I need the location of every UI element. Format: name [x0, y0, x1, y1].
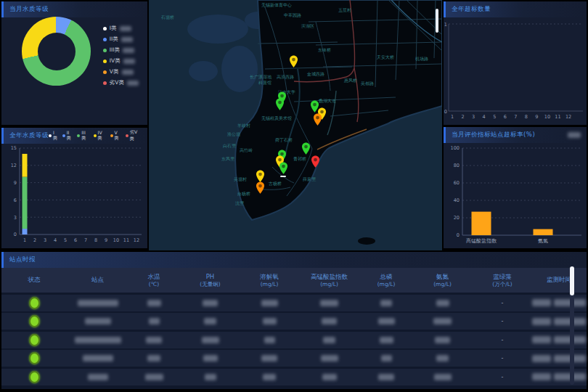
cell-9: - [473, 300, 531, 306]
status-ok-icon [29, 297, 40, 309]
legend-dot-icon [103, 81, 107, 85]
table-row[interactable]: - [1, 295, 587, 311]
station-map[interactable]: 石塘桥无锡新体育中心中萃园路滨湖区五星村东绛桥天安大桥机场路高浪西路金城西路惠风… [149, 0, 442, 250]
legend-item[interactable]: I类 [49, 130, 59, 142]
map-marker-orange[interactable] [256, 181, 265, 195]
table-row[interactable]: - [1, 313, 587, 330]
legend-label: IV类 [110, 57, 121, 65]
corner-note-censored[interactable] [568, 132, 581, 138]
legend-item[interactable]: IV类 [94, 130, 107, 142]
svg-text:3: 3 [472, 114, 475, 120]
legend-item[interactable]: V类 [110, 130, 122, 142]
cell-8 [412, 374, 473, 380]
legend-label: IV类 [98, 130, 107, 142]
value-censored [436, 355, 449, 362]
map-base [149, 0, 442, 250]
cell-1 [1, 315, 67, 327]
year-exceed-chart[interactable]: 10123456789101112 [444, 17, 587, 122]
cell-4 [179, 300, 241, 306]
cell-6 [298, 300, 361, 306]
legend-item[interactable]: V类 [103, 68, 139, 75]
svg-text:7: 7 [514, 114, 517, 120]
map-place-label: 青祁桥 [293, 156, 306, 163]
algae-value: - [502, 355, 504, 362]
year-grade-bar-chart[interactable]: 03691215123456789101112 [1, 144, 144, 248]
column-header-1: 状态 [1, 276, 67, 284]
map-place-label: 东绛桥 [318, 47, 331, 54]
map-marker-green[interactable] [301, 142, 311, 155]
legend-value-censored [120, 26, 131, 31]
svg-text:2: 2 [33, 237, 36, 243]
legend-dot-icon [110, 134, 113, 137]
panel-month-rate-header: 当月评价指标站点超标率(%) [444, 127, 587, 143]
legend-item[interactable]: I类 [103, 25, 139, 32]
value-censored [147, 355, 160, 362]
legend-item[interactable]: III类 [103, 46, 139, 54]
cell-9: - [473, 355, 531, 362]
legend-item[interactable]: 劣V类 [103, 79, 139, 86]
panel-year-grade: 全年水质等级 I类II类III类IV类V类劣V类 036912151234567… [1, 128, 147, 248]
map-marker-yellow[interactable] [289, 55, 298, 68]
svg-text:15: 15 [11, 145, 17, 151]
cell-1 [1, 334, 67, 346]
column-header-5: 溶解氧(mg/L) [241, 273, 298, 288]
value-censored [322, 374, 337, 380]
legend-value-censored [122, 70, 134, 75]
legend-value-censored [121, 37, 133, 42]
svg-text:9: 9 [105, 237, 107, 243]
column-header-2: 站点 [67, 276, 128, 284]
svg-text:6: 6 [74, 237, 77, 243]
legend-item[interactable]: III类 [77, 130, 89, 142]
legend-label: 劣V类 [130, 129, 142, 142]
station-name-censored [78, 300, 118, 306]
table-scrollbar-thumb[interactable] [570, 266, 574, 295]
map-marker-red[interactable] [311, 155, 320, 168]
status-ok-icon [29, 371, 40, 383]
cell-7 [361, 374, 412, 380]
cell-3 [128, 337, 179, 343]
legend-label: II类 [67, 130, 74, 142]
value-censored [149, 318, 160, 324]
map-marker-orange[interactable] [313, 113, 322, 126]
cell-9: - [473, 337, 531, 343]
cell-7 [361, 355, 412, 362]
svg-text:1: 1 [23, 237, 26, 243]
legend-dot-icon [62, 134, 65, 137]
table-row[interactable]: - [1, 369, 587, 385]
cell-3 [128, 318, 179, 324]
cell-5 [241, 318, 298, 324]
cell-4 [179, 374, 241, 380]
svg-text:10: 10 [544, 114, 550, 120]
cell-6 [298, 318, 361, 324]
legend-item[interactable]: II类 [62, 130, 74, 142]
cell-4 [179, 355, 241, 362]
table-row[interactable]: - [1, 350, 587, 367]
svg-text:6: 6 [504, 114, 507, 120]
water-grade-donut-chart[interactable] [22, 17, 91, 86]
value-censored [434, 374, 452, 380]
map-marker-green[interactable] [275, 98, 285, 111]
map-place-label: 南杨桥 [237, 191, 250, 197]
donut-legend: I类II类III类IV类V类劣V类 [103, 25, 139, 86]
map-place-label: 东风里 [221, 156, 234, 163]
svg-text:0: 0 [444, 109, 447, 115]
svg-text:11: 11 [123, 237, 129, 243]
table-body: ----- [1, 295, 587, 385]
svg-text:40: 40 [454, 197, 460, 203]
legend-dot-icon [94, 134, 97, 137]
column-header-6: 高锰酸盐指数(mg/L) [298, 273, 361, 288]
cell-5 [241, 300, 298, 306]
map-scrollbar[interactable] [436, 9, 438, 33]
legend-item[interactable]: 劣V类 [126, 129, 142, 142]
legend-item[interactable]: IV类 [103, 57, 139, 65]
panel-title: 全年水质等级 [9, 131, 49, 140]
month-rate-bar-chart[interactable]: 020406080100高锰酸盐指数氨氮 [444, 143, 587, 248]
map-marker-green[interactable] [279, 162, 288, 175]
cell-6 [298, 337, 361, 343]
time-date-censored [532, 355, 551, 362]
table-row[interactable]: - [1, 332, 587, 348]
cell-10 [531, 336, 587, 343]
cell-8 [412, 318, 473, 324]
panel-title: 当月水质等级 [9, 5, 49, 14]
legend-item[interactable]: II类 [103, 36, 139, 43]
